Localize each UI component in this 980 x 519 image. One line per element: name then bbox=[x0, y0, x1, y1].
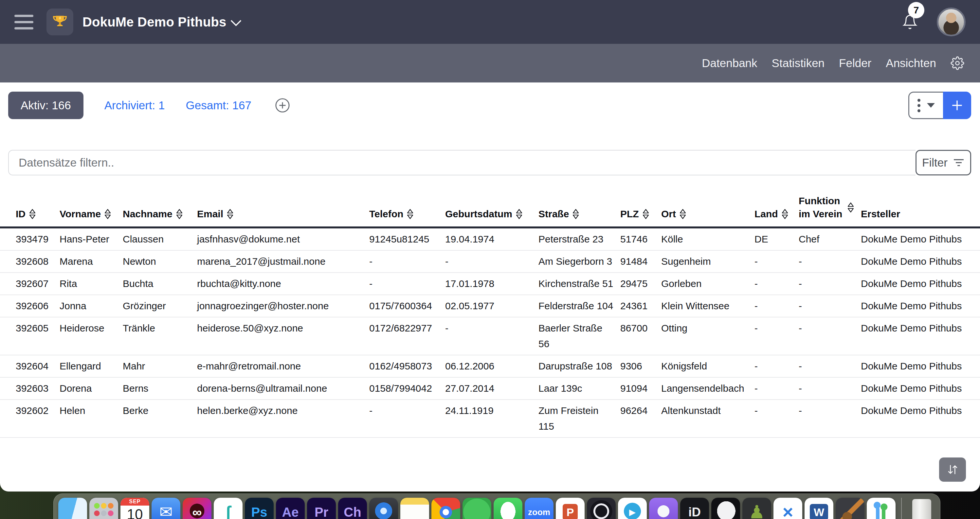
dock-green-circle-app-icon[interactable] bbox=[463, 498, 491, 519]
nav-item-ansichten[interactable]: Ansichten bbox=[886, 57, 936, 70]
dock-adobe-creative-cloud-icon[interactable]: ∞ bbox=[183, 498, 212, 519]
dock-notes-icon[interactable] bbox=[400, 498, 429, 519]
app-title: DokuMe Demo Pithubs bbox=[83, 15, 226, 29]
cell-stra-e: Kirchenstraße 51 bbox=[538, 273, 620, 295]
dock-finder-icon[interactable] bbox=[58, 498, 87, 519]
hamburger-menu-icon[interactable] bbox=[14, 15, 33, 29]
column-header-telefon[interactable]: Telefon bbox=[369, 194, 445, 227]
column-header-ort[interactable]: Ort bbox=[661, 194, 754, 227]
dock-mail-icon[interactable]: ✉ bbox=[151, 498, 180, 519]
cell-ersteller: DokuMe Demo Pithubs bbox=[861, 273, 980, 295]
table-row[interactable]: 392607RitaBuchtarbuchta@kitty.none-17.01… bbox=[0, 273, 980, 295]
cell-stra-e: Darupstraße 108 bbox=[538, 355, 620, 377]
nav-item-datenbank[interactable]: Datenbank bbox=[702, 57, 757, 70]
dock-glyph: W bbox=[810, 504, 828, 519]
column-header-land[interactable]: Land bbox=[754, 194, 799, 227]
cell-geburtsdatum: 17.01.1978 bbox=[445, 273, 538, 295]
dock-telegram-icon[interactable]: ▶ bbox=[618, 498, 647, 519]
dock-calendar-icon[interactable]: SEP10 bbox=[121, 498, 149, 519]
sort-icon[interactable] bbox=[515, 208, 523, 220]
dock-surfshark-icon[interactable]: ʃ bbox=[214, 498, 243, 519]
column-header-ersteller: Ersteller bbox=[861, 194, 980, 227]
dock-premiere-pro-icon[interactable]: Pr bbox=[307, 498, 336, 519]
tab-archiviert[interactable]: Archiviert: 1 bbox=[104, 99, 165, 112]
dock-powerpoint-icon[interactable]: P bbox=[556, 498, 585, 519]
dock-mastodon-app-icon[interactable] bbox=[711, 498, 740, 519]
dock-zoom-icon[interactable]: zoom bbox=[525, 498, 554, 519]
desktop: DokuMe Demo Pithubs 7 Datenbank Statisti… bbox=[0, 0, 980, 519]
table-row[interactable]: 392606JonnaGrözingerjonnagroezinger@host… bbox=[0, 295, 980, 317]
column-header-stra-e[interactable]: Straße bbox=[538, 194, 620, 227]
app-window: DokuMe Demo Pithubs 7 Datenbank Statisti… bbox=[0, 0, 980, 492]
table-row[interactable]: 393479Hans-PeterClaussenjasfnhasv@dokume… bbox=[0, 227, 980, 250]
add-view-icon[interactable] bbox=[275, 98, 290, 113]
dock-launchpad-icon[interactable] bbox=[89, 498, 118, 519]
column-header-nachname[interactable]: Nachname bbox=[123, 194, 197, 227]
sort-icon[interactable] bbox=[226, 208, 234, 220]
dock-photoshop-icon[interactable]: Ps bbox=[245, 498, 274, 519]
caret-down-icon bbox=[927, 103, 935, 108]
dock-chess-icon[interactable]: ♟ bbox=[742, 498, 771, 519]
table-row[interactable]: 392602HelenBerkehelen.berke@xyz.none-24.… bbox=[0, 400, 980, 438]
sort-icon[interactable] bbox=[572, 208, 579, 220]
dock-safari-tech-preview-icon[interactable] bbox=[369, 498, 398, 519]
workspace-switcher[interactable]: DokuMe Demo Pithubs bbox=[83, 15, 242, 29]
cell-email: e-mahr@retromail.none bbox=[197, 355, 369, 377]
sort-icon[interactable] bbox=[847, 202, 854, 213]
cell-funktion-im-verein: - bbox=[799, 295, 861, 317]
sort-icon[interactable] bbox=[642, 208, 649, 220]
tab-aktiv[interactable]: Aktiv: 166 bbox=[8, 92, 83, 119]
nav-item-felder[interactable]: Felder bbox=[839, 57, 871, 70]
table-row[interactable]: 392608MarenaNewtonmarena_2017@justmail.n… bbox=[0, 250, 980, 273]
filter-button[interactable]: Filter bbox=[916, 150, 971, 175]
dock-after-effects-icon[interactable]: Ae bbox=[276, 498, 305, 519]
column-header-vorname[interactable]: Vorname bbox=[60, 194, 123, 227]
trophy-icon[interactable] bbox=[46, 8, 73, 35]
dock-id-app-icon[interactable]: iD bbox=[680, 498, 709, 519]
sort-icon[interactable] bbox=[781, 208, 789, 220]
sort-icon[interactable] bbox=[176, 208, 183, 220]
cell-vorname: Helen bbox=[60, 400, 123, 438]
tab-gesamt[interactable]: Gesamt: 167 bbox=[186, 99, 251, 112]
column-label: Vorname bbox=[60, 208, 101, 221]
dock-word-icon[interactable]: W bbox=[805, 498, 834, 519]
dock-vscode-icon[interactable]: × bbox=[773, 498, 802, 519]
table-row[interactable]: 392603DorenaBernsdorena-berns@ultramail.… bbox=[0, 377, 980, 400]
more-actions-button[interactable] bbox=[908, 92, 943, 119]
cell-plz: 86700 bbox=[620, 317, 661, 355]
dock-character-animator-icon[interactable]: Ch bbox=[338, 498, 367, 519]
cell-ersteller: DokuMe Demo Pithubs bbox=[861, 355, 980, 377]
cell-vorname: Ellengard bbox=[60, 355, 123, 377]
add-record-button[interactable] bbox=[943, 92, 971, 119]
dock-github-desktop-icon[interactable] bbox=[649, 498, 678, 519]
sort-icon[interactable] bbox=[407, 208, 414, 220]
table-row[interactable]: 392604EllengardMahre-mahr@retromail.none… bbox=[0, 355, 980, 377]
column-header-id[interactable]: ID bbox=[0, 194, 60, 227]
gear-icon[interactable] bbox=[951, 56, 964, 70]
dock-garageband-icon[interactable] bbox=[836, 498, 864, 519]
dock-trash-icon[interactable] bbox=[907, 498, 936, 519]
column-header-plz[interactable]: PLZ bbox=[620, 194, 661, 227]
nav-item-statistiken[interactable]: Statistiken bbox=[772, 57, 824, 70]
cell-ersteller: DokuMe Demo Pithubs bbox=[861, 250, 980, 273]
sort-icon[interactable] bbox=[104, 208, 111, 220]
table-row[interactable]: 392605HeideroseTränkleheiderose.50@xyz.n… bbox=[0, 317, 980, 355]
cell-nachname: Berns bbox=[123, 377, 197, 400]
dock-chrome-icon[interactable] bbox=[431, 498, 460, 519]
scroll-sort-button[interactable] bbox=[939, 457, 966, 482]
notifications-button[interactable]: 7 bbox=[902, 13, 918, 31]
dock-passwords-icon[interactable] bbox=[867, 498, 896, 519]
cell-land: DE bbox=[754, 227, 799, 250]
cell-email: dorena-berns@ultramail.none bbox=[197, 377, 369, 400]
column-header-geburtsdatum[interactable]: Geburtsdatum bbox=[445, 194, 538, 227]
cell-telefon: - bbox=[369, 400, 445, 438]
dock-obs-icon[interactable] bbox=[587, 498, 616, 519]
filter-input[interactable] bbox=[8, 150, 916, 175]
user-avatar[interactable] bbox=[937, 8, 966, 37]
column-header-funktion-im-verein[interactable]: Funktion im Verein bbox=[799, 194, 861, 227]
cell-id: 392606 bbox=[0, 295, 60, 317]
sort-icon[interactable] bbox=[679, 208, 686, 220]
dock-facetime-icon[interactable] bbox=[493, 498, 522, 519]
sort-icon[interactable] bbox=[29, 208, 36, 220]
column-header-email[interactable]: Email bbox=[197, 194, 369, 227]
